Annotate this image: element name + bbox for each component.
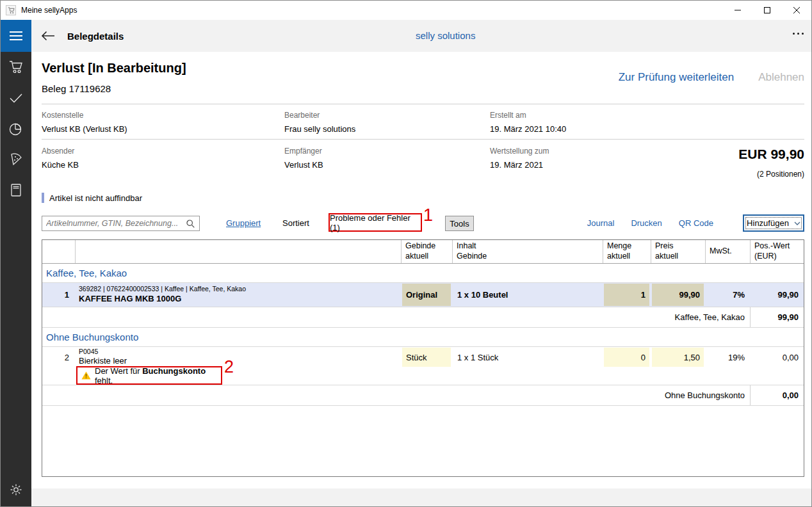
subtotal-row-ohne-buchungskonto: Ohne Buchungskonto 0,00 xyxy=(42,385,804,406)
field-erstellt-am: Erstellt am 19. März 2021 10:40 xyxy=(490,111,566,134)
book-icon[interactable] xyxy=(1,175,31,205)
annotation-box-2: Der Wert für Buchungskonto fehlt. xyxy=(76,366,222,385)
total-amount: EUR 99,90 xyxy=(738,147,804,162)
cart-icon[interactable] xyxy=(1,52,31,83)
inhalt-cell: 1 x 1 Stück xyxy=(452,347,603,367)
document-number: Beleg 17119628 xyxy=(42,83,111,94)
sortiert-link[interactable]: Sortiert xyxy=(282,218,309,228)
warning-triangle-icon xyxy=(81,371,91,380)
preis-cell[interactable]: 99,90 xyxy=(651,283,705,307)
sidebar xyxy=(1,52,31,507)
hinzufuegen-button[interactable]: Hinzufügen xyxy=(743,214,804,232)
gruppiert-link[interactable]: Gruppiert xyxy=(226,218,261,228)
col-mwst: MwSt. xyxy=(705,240,750,263)
gear-icon[interactable] xyxy=(1,474,31,505)
field-wertstellung: Wertstellung zum 19. März 2021 xyxy=(490,147,549,170)
total-positions: (2 Positionen) xyxy=(757,170,804,179)
search-input[interactable] xyxy=(42,219,182,228)
gebinde-cell[interactable]: Stück xyxy=(401,347,452,367)
probleme-oder-fehler-link[interactable]: Probleme oder Fehler (1) xyxy=(330,213,421,232)
bottom-strip xyxy=(31,488,812,507)
pos-wert-cell: 0,00 xyxy=(750,347,804,367)
field-kostenstelle: Kostenstelle Verlust KB (Verlust KB) xyxy=(42,111,127,134)
app-header: Belegdetails selly solutions xyxy=(31,20,812,52)
menge-cell[interactable]: 1 xyxy=(603,283,651,307)
field-bearbeiter: Bearbeiter Frau selly solutions xyxy=(284,111,355,134)
field-absender: Absender Küche KB xyxy=(42,147,79,170)
col-pos-wert: Pos.-Wert (EUR) xyxy=(750,240,804,263)
app-window: Meine sellyApps Belegdetails selly solut… xyxy=(0,0,812,507)
menge-cell[interactable]: 0 xyxy=(603,347,651,367)
article-cell: 369282 | 07622400002533 | Kaffee | Kaffe… xyxy=(75,283,401,307)
subtotal-row-kaffee: Kaffee, Tee, Kakao 99,90 xyxy=(42,307,804,328)
window-controls xyxy=(723,1,811,20)
article-cell: P0045 Bierkiste leer xyxy=(75,347,401,367)
preis-cell[interactable]: 1,50 xyxy=(651,347,705,367)
col-gebinde-aktuell: Gebinde aktuell xyxy=(401,240,452,263)
annotation-marker-2: 2 xyxy=(224,358,234,376)
col-preis-aktuell: Preis aktuell xyxy=(651,240,705,263)
annotation-box-1: Probleme oder Fehler (1) xyxy=(329,213,422,232)
legend-article-not-found: Artikel ist nicht auffindbar xyxy=(42,193,142,203)
chevron-down-icon xyxy=(794,221,800,225)
close-icon[interactable] xyxy=(782,1,811,20)
check-icon[interactable] xyxy=(1,83,31,113)
warning-text: Der Wert für Buchungskonto fehlt. xyxy=(95,366,221,385)
field-empfaenger: Empfänger Verlust KB xyxy=(284,147,323,170)
mwst-cell: 19% xyxy=(705,347,750,367)
gebinde-cell[interactable]: Original xyxy=(401,283,452,307)
hamburger-icon[interactable] xyxy=(1,20,31,52)
maximize-icon[interactable] xyxy=(752,1,782,20)
divider xyxy=(42,139,804,140)
journal-link[interactable]: Journal xyxy=(587,218,615,228)
minimize-icon[interactable] xyxy=(723,1,752,20)
warning-row: Der Wert für Buchungskonto fehlt. 2 xyxy=(42,367,804,385)
pie-chart-icon[interactable] xyxy=(1,113,31,144)
inhalt-cell: 1 x 10 Beutel xyxy=(452,283,603,307)
group-header-kaffee[interactable]: Kaffee, Tee, Kakao xyxy=(42,264,804,283)
table-row[interactable]: 1 369282 | 07622400002533 | Kaffee | Kaf… xyxy=(42,283,804,307)
main-content: Verlust [In Bearbeitung] Beleg 17119628 … xyxy=(31,52,812,488)
table-header-row: Gebinde aktuell Inhalt Gebinde Menge akt… xyxy=(42,240,804,264)
document-title: Verlust [In Bearbeitung] xyxy=(42,61,186,76)
legend-color-bar xyxy=(42,193,44,203)
divider xyxy=(42,104,804,104)
title-bar: Meine sellyApps xyxy=(1,1,811,20)
tools-button[interactable]: Tools xyxy=(445,216,474,231)
app-center-title: selly solutions xyxy=(416,30,475,41)
page-title: Belegdetails xyxy=(67,31,124,42)
window-app-icon xyxy=(6,5,16,15)
group-header-ohne-buchungskonto[interactable]: Ohne Buchungskonto xyxy=(42,328,804,347)
pizza-icon[interactable] xyxy=(1,144,31,175)
search-icon[interactable] xyxy=(182,220,199,228)
window-title: Meine sellyApps xyxy=(21,6,77,15)
search-box xyxy=(42,216,200,231)
annotation-marker-1: 1 xyxy=(423,207,433,224)
col-menge-aktuell: Menge aktuell xyxy=(603,240,651,263)
positions-table: Gebinde aktuell Inhalt Gebinde Menge akt… xyxy=(42,239,804,477)
ellipsis-icon[interactable] xyxy=(793,33,804,35)
qr-code-link[interactable]: QR Code xyxy=(679,218,713,228)
back-arrow-icon[interactable] xyxy=(39,28,57,44)
col-inhalt-gebinde: Inhalt Gebinde xyxy=(452,240,603,263)
forward-for-review-link[interactable]: Zur Prüfung weiterleiten xyxy=(619,71,734,84)
mwst-cell: 7% xyxy=(705,283,750,307)
pos-wert-cell: 99,90 xyxy=(750,283,804,307)
table-row[interactable]: 2 P0045 Bierkiste leer Stück 1 x 1 Stück… xyxy=(42,347,804,367)
drucken-link[interactable]: Drucken xyxy=(631,218,662,228)
reject-link[interactable]: Ablehnen xyxy=(758,71,804,84)
